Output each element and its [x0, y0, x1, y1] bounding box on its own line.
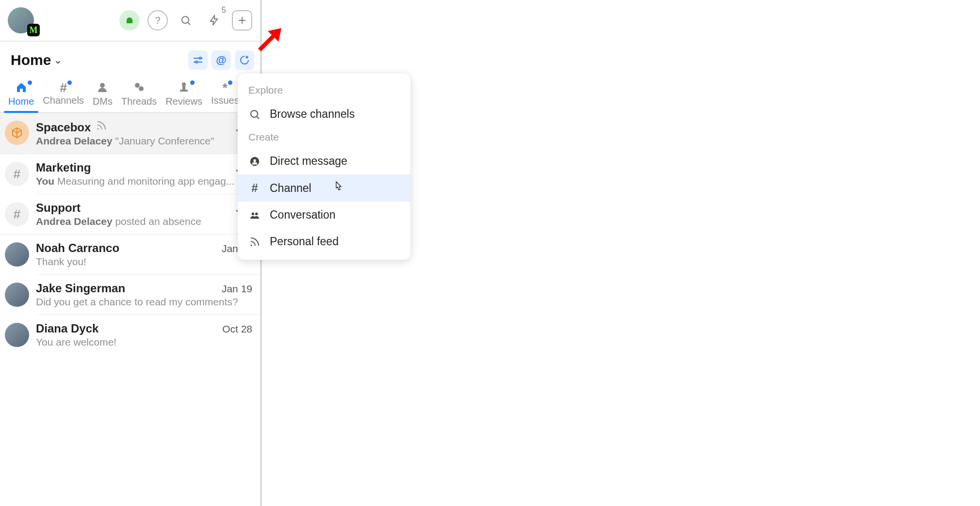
- item-name: Diana Dyck: [36, 322, 98, 335]
- item-preview: You are welcome!: [36, 336, 252, 348]
- menu-item-browse-channels[interactable]: Browse channels: [238, 101, 410, 127]
- tab-home[interactable]: Home: [4, 79, 38, 112]
- header-actions: @: [188, 50, 254, 70]
- svg-point-2: [196, 61, 197, 63]
- tab-threads[interactable]: Threads: [117, 79, 161, 112]
- create-button[interactable]: [235, 50, 254, 70]
- item-preview: You Measuring and monitoring app engag..…: [36, 175, 252, 187]
- tab-reviews[interactable]: Reviews: [161, 79, 207, 112]
- menu-item-channel[interactable]: # Channel: [238, 174, 410, 202]
- create-menu: Explore Browse channels Create Direct me…: [238, 74, 410, 260]
- mentions-button[interactable]: @: [212, 50, 231, 70]
- tab-channels[interactable]: # Channels: [38, 79, 88, 112]
- tab-label: Threads: [121, 96, 157, 107]
- sidebar: M ? 5 Home ⌄: [0, 0, 262, 506]
- app-badge-icon: M: [27, 24, 40, 36]
- filter-button[interactable]: [188, 50, 208, 70]
- user-avatar[interactable]: M: [8, 7, 34, 33]
- list-item[interactable]: Diana Dyck Oct 28 You are welcome!: [0, 315, 260, 355]
- menu-section-title: Explore: [238, 80, 410, 101]
- user-avatar-icon: [5, 242, 29, 267]
- search-icon: [248, 109, 261, 120]
- create-icon: [239, 54, 250, 66]
- bolt-icon: [208, 15, 220, 26]
- help-button[interactable]: ?: [147, 10, 168, 31]
- svg-point-9: [98, 128, 99, 130]
- person-circle-icon: [248, 156, 261, 167]
- feed-list: Spacebox Jan Andrea Delacey "January Con…: [0, 113, 260, 355]
- tabs: Home # Channels DMs Threads Reviews: [0, 79, 260, 113]
- hash-icon: #: [248, 181, 261, 195]
- menu-item-conversation[interactable]: Conversation: [238, 202, 410, 228]
- home-icon: [16, 81, 27, 95]
- at-icon: @: [216, 54, 226, 66]
- list-item[interactable]: Noah Carranco Jan 19 Thank you!: [0, 235, 260, 274]
- list-item[interactable]: Jake Singerman Jan 19 Did you get a chan…: [0, 275, 260, 315]
- new-button[interactable]: [232, 10, 252, 31]
- unread-dot: [190, 80, 195, 85]
- search-button[interactable]: [176, 10, 196, 31]
- user-avatar-icon: [5, 283, 29, 307]
- list-item[interactable]: Spacebox Jan Andrea Delacey "January Con…: [0, 113, 260, 154]
- svg-point-5: [139, 86, 144, 91]
- item-name: Jake Singerman: [36, 282, 125, 295]
- rss-icon: [248, 236, 261, 248]
- unread-dot: [228, 80, 232, 85]
- threads-icon: [133, 81, 145, 95]
- svg-point-15: [250, 244, 252, 246]
- search-icon: [180, 15, 192, 26]
- tab-dms[interactable]: DMs: [88, 79, 117, 112]
- hash-icon: #: [60, 81, 66, 94]
- question-icon: ?: [155, 15, 160, 26]
- menu-item-label: Personal feed: [270, 235, 339, 248]
- stamp-icon: [178, 81, 190, 95]
- menu-item-personal-feed[interactable]: Personal feed: [238, 228, 410, 255]
- svg-rect-6: [180, 90, 188, 92]
- hash-icon: #: [5, 162, 29, 186]
- menu-item-label: Direct message: [270, 155, 347, 168]
- item-name: Support: [36, 201, 81, 215]
- svg-point-8: [182, 82, 186, 86]
- channel-cube-icon: [5, 121, 29, 145]
- svg-point-1: [199, 57, 201, 59]
- item-date: Jan 19: [222, 283, 252, 295]
- activity-button[interactable]: 5: [204, 10, 224, 31]
- svg-point-4: [135, 83, 140, 88]
- hash-icon: #: [5, 202, 29, 226]
- item-preview: Andrea Delacey "January Conference": [36, 135, 252, 147]
- unread-dot: [67, 80, 72, 85]
- tab-label: Channels: [43, 95, 84, 106]
- chevron-down-icon: ⌄: [54, 54, 62, 66]
- item-name: Noah Carranco: [36, 241, 119, 255]
- item-preview: Thank you!: [36, 256, 252, 268]
- topbar-actions: ? 5: [119, 10, 252, 31]
- sliders-icon: [192, 54, 204, 66]
- tab-label: DMs: [93, 96, 113, 107]
- svg-point-0: [182, 16, 189, 23]
- tab-label: Reviews: [165, 96, 202, 107]
- user-avatar-icon: [5, 323, 29, 347]
- svg-rect-7: [182, 86, 185, 90]
- svg-point-14: [255, 212, 258, 215]
- list-item[interactable]: # Marketing Jan You Measuring and monito…: [0, 154, 260, 194]
- menu-item-label: Browse channels: [270, 108, 355, 121]
- menu-section-title: Create: [238, 127, 410, 148]
- section-header: Home ⌄ @: [0, 42, 260, 79]
- menu-item-label: Conversation: [270, 208, 336, 221]
- person-icon: [97, 81, 108, 95]
- svg-point-13: [252, 212, 255, 215]
- tab-label: Home: [8, 96, 34, 107]
- svg-point-12: [253, 159, 256, 162]
- menu-item-direct-message[interactable]: Direct message: [238, 148, 410, 174]
- unread-dot: [28, 80, 32, 85]
- section-title-dropdown[interactable]: Home ⌄: [11, 52, 62, 68]
- item-preview: Andrea Delacey posted an absence: [36, 216, 252, 227]
- item-preview: Did you get a chance to read my comments…: [36, 296, 252, 308]
- svg-point-10: [251, 111, 258, 117]
- topbar: M ? 5: [0, 0, 260, 42]
- svg-point-3: [100, 83, 105, 88]
- plus-icon: [236, 15, 248, 26]
- item-name: Marketing: [36, 161, 91, 174]
- notifications-button[interactable]: [119, 10, 140, 31]
- list-item[interactable]: # Support Jan Andrea Delacey posted an a…: [0, 194, 260, 235]
